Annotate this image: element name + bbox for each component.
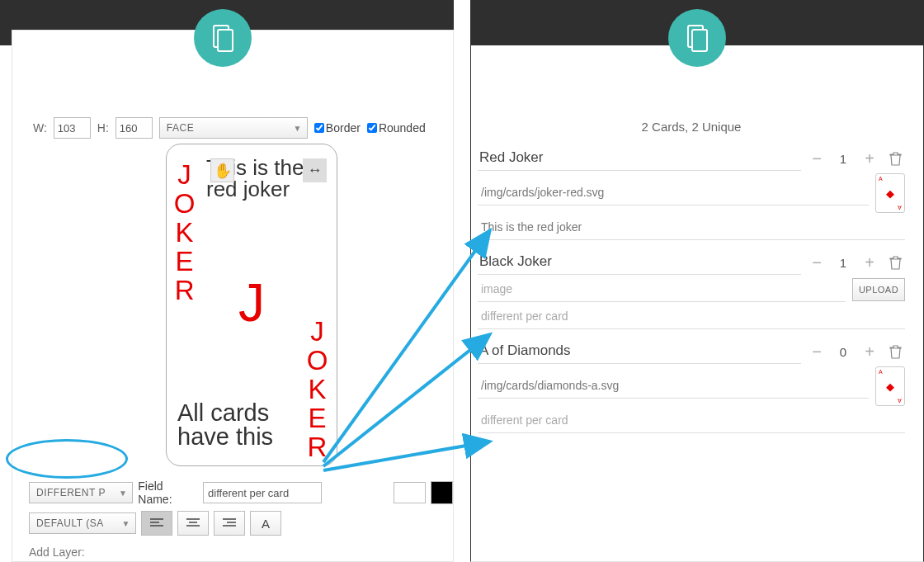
corner-joker-tl: JOKER <box>172 159 196 304</box>
card-thumb[interactable]: A◆A <box>875 366 905 406</box>
cards-badge-icon <box>194 9 252 67</box>
qty-value[interactable]: 0 <box>832 345 854 359</box>
card-thumb[interactable]: A◆A <box>875 173 905 213</box>
svg-rect-1 <box>218 30 233 51</box>
qty-plus-button[interactable]: + <box>857 147 882 170</box>
align-right-button[interactable] <box>214 511 245 536</box>
trash-icon[interactable] <box>885 251 905 274</box>
add-layer-label: Add Layer: <box>29 545 85 559</box>
font-select[interactable]: DEFAULT (SA▼ <box>29 512 136 534</box>
height-input[interactable] <box>116 117 153 139</box>
field-name-input[interactable] <box>203 482 322 503</box>
card-image-field[interactable]: image <box>478 277 846 302</box>
qty-minus-button[interactable]: − <box>804 251 829 274</box>
card-image-field[interactable]: /img/cards/diamonds-a.svg <box>478 374 869 399</box>
card-entry: Red Joker−1+/img/cards/joker-red.svgA◆AT… <box>478 146 905 240</box>
card-text-field[interactable]: This is the red joker <box>478 215 905 240</box>
card-entry: A of Diamonds−0+/img/cards/diamonds-a.sv… <box>478 339 905 433</box>
qty-plus-button[interactable]: + <box>857 340 882 363</box>
height-label: H: <box>97 121 109 135</box>
qty-minus-button[interactable]: − <box>804 147 829 170</box>
cards-list[interactable]: Red Joker−1+/img/cards/joker-red.svgA◆AT… <box>471 146 920 553</box>
font-style-button[interactable]: A <box>250 511 281 536</box>
resize-handle-icon[interactable]: ↔ <box>303 158 327 182</box>
trash-icon[interactable] <box>885 340 905 363</box>
card-title[interactable]: Red Joker <box>478 146 801 171</box>
card-bottom-text[interactable]: All cards have this <box>177 401 309 449</box>
cards-list-panel: 2 Cards, 2 Unique Red Joker−1+/img/cards… <box>470 45 924 562</box>
cards-badge-icon <box>668 9 726 67</box>
field-mode-select[interactable]: DIFFERENT P▼ <box>29 482 133 503</box>
width-input[interactable] <box>54 117 91 139</box>
width-label: W: <box>33 121 47 135</box>
move-handle-icon[interactable]: ✋ <box>210 158 234 182</box>
side-select[interactable]: FACE▼ <box>159 117 308 139</box>
qty-minus-button[interactable]: − <box>804 340 829 363</box>
border-checkbox[interactable]: Border <box>314 121 361 135</box>
align-left-button[interactable] <box>141 511 172 536</box>
layout-editor-panel: W: H: FACE▼ Border Rounded JOKER JOKER J… <box>12 30 454 562</box>
center-j: J <box>238 272 265 333</box>
font-size-input[interactable] <box>394 482 426 503</box>
upload-button[interactable]: UPLOAD <box>852 278 905 301</box>
card-entry: Black Joker−1+imageUPLOADdifferent per c… <box>478 250 905 329</box>
card-image-field[interactable]: /img/cards/joker-red.svg <box>478 181 869 205</box>
card-title[interactable]: A of Diamonds <box>478 339 801 364</box>
color-swatch[interactable] <box>431 481 453 504</box>
qty-plus-button[interactable]: + <box>857 251 882 274</box>
rounded-checkbox[interactable]: Rounded <box>367 121 426 135</box>
card-text-field[interactable]: different per card <box>478 305 905 329</box>
qty-value[interactable]: 1 <box>832 152 854 166</box>
align-center-button[interactable] <box>177 511 209 536</box>
cards-summary: 2 Cards, 2 Unique <box>471 120 912 134</box>
card-preview[interactable]: JOKER JOKER J This is the red joker ✋ ↔ … <box>166 144 337 466</box>
card-title[interactable]: Black Joker <box>478 250 801 275</box>
field-name-label: Field Name: <box>138 479 198 506</box>
svg-rect-3 <box>692 30 707 51</box>
qty-value[interactable]: 1 <box>832 256 854 270</box>
trash-icon[interactable] <box>885 147 905 170</box>
card-text-field[interactable]: different per card <box>478 409 905 433</box>
